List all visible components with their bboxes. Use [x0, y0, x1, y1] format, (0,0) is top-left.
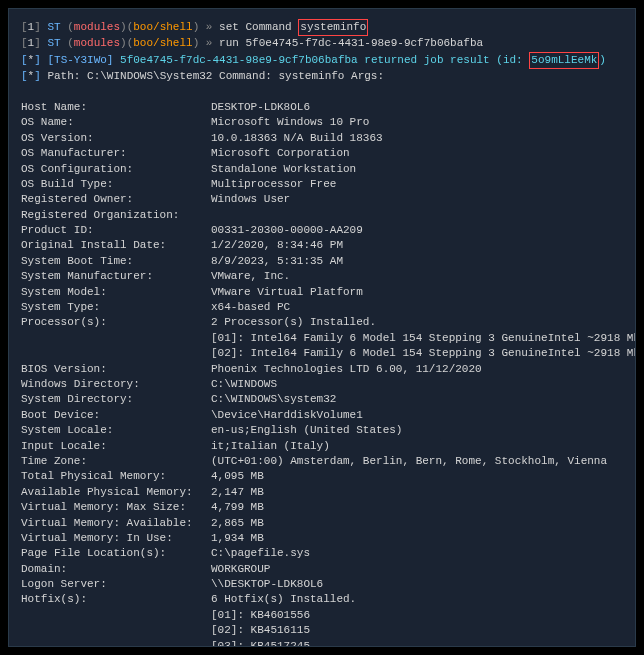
- terminal-window[interactable]: [1] ST (modules)(boo/shell) » set Comman…: [8, 8, 636, 647]
- info-key: Available Physical Memory:: [21, 485, 211, 500]
- info-row: OS Name:Microsoft Windows 10 Pro: [21, 115, 623, 130]
- info-row: Available Physical Memory:2,147 MB: [21, 485, 623, 500]
- command-line-1: [1] ST (modules)(boo/shell) » set Comman…: [21, 19, 623, 36]
- info-sub-value: [01]: KB4601556: [21, 608, 623, 623]
- info-value: x64-based PC: [211, 300, 290, 315]
- info-value: WORKGROUP: [211, 562, 270, 577]
- info-row: System Type:x64-based PC: [21, 300, 623, 315]
- info-row: System Directory:C:\WINDOWS\system32: [21, 392, 623, 407]
- info-value: en-us;English (United States): [211, 423, 402, 438]
- info-key: OS Version:: [21, 131, 211, 146]
- info-value: C:\WINDOWS: [211, 377, 277, 392]
- info-row: Total Physical Memory:4,095 MB: [21, 469, 623, 484]
- info-row: Page File Location(s):C:\pagefile.sys: [21, 546, 623, 561]
- info-key: Boot Device:: [21, 408, 211, 423]
- info-row: Registered Organization:: [21, 208, 623, 223]
- info-value: 2,865 MB: [211, 516, 264, 531]
- info-value: Microsoft Windows 10 Pro: [211, 115, 369, 130]
- info-row: System Model:VMware Virtual Platform: [21, 285, 623, 300]
- info-value: it;Italian (Italy): [211, 439, 330, 454]
- info-row: Original Install Date:1/2/2020, 8:34:46 …: [21, 238, 623, 253]
- info-value: 6 Hotfix(s) Installed.: [211, 592, 356, 607]
- info-row: Registered Owner:Windows User: [21, 192, 623, 207]
- systeminfo-output: Host Name:DESKTOP-LDK8OL6OS Name:Microso…: [21, 100, 623, 647]
- info-row: Input Locale:it;Italian (Italy): [21, 439, 623, 454]
- info-row: Virtual Memory: Max Size:4,799 MB: [21, 500, 623, 515]
- info-value: Multiprocessor Free: [211, 177, 336, 192]
- info-value: 4,095 MB: [211, 469, 264, 484]
- info-value: 00331-20300-00000-AA209: [211, 223, 363, 238]
- info-key: Input Locale:: [21, 439, 211, 454]
- info-key: System Manufacturer:: [21, 269, 211, 284]
- info-value: 2 Processor(s) Installed.: [211, 315, 376, 330]
- info-key: Windows Directory:: [21, 377, 211, 392]
- info-value: 1/2/2020, 8:34:46 PM: [211, 238, 343, 253]
- info-key: Virtual Memory: Available:: [21, 516, 211, 531]
- info-row: OS Version:10.0.18363 N/A Build 18363: [21, 131, 623, 146]
- info-row: Virtual Memory: Available:2,865 MB: [21, 516, 623, 531]
- info-value: \\DESKTOP-LDK8OL6: [211, 577, 323, 592]
- highlighted-command: systeminfo: [298, 19, 368, 36]
- result-line: [*] [TS-Y3IWo] 5f0e4745-f7dc-4431-98e9-9…: [21, 52, 623, 69]
- info-row: Product ID:00331-20300-00000-AA209: [21, 223, 623, 238]
- info-value: 10.0.18363 N/A Build 18363: [211, 131, 383, 146]
- info-key: Registered Owner:: [21, 192, 211, 207]
- info-row: Processor(s):2 Processor(s) Installed.: [21, 315, 623, 330]
- info-row: OS Configuration:Standalone Workstation: [21, 162, 623, 177]
- info-row: Host Name:DESKTOP-LDK8OL6: [21, 100, 623, 115]
- info-value: C:\WINDOWS\system32: [211, 392, 336, 407]
- info-key: OS Build Type:: [21, 177, 211, 192]
- info-sub-value: [03]: KB4517245: [21, 639, 623, 647]
- info-sub-value: [01]: Intel64 Family 6 Model 154 Steppin…: [21, 331, 623, 346]
- info-row: System Boot Time:8/9/2023, 5:31:35 AM: [21, 254, 623, 269]
- info-row: OS Manufacturer:Microsoft Corporation: [21, 146, 623, 161]
- info-key: System Type:: [21, 300, 211, 315]
- info-key: Registered Organization:: [21, 208, 211, 223]
- info-value: \Device\HarddiskVolume1: [211, 408, 363, 423]
- info-key: Hotfix(s):: [21, 592, 211, 607]
- info-row: Boot Device:\Device\HarddiskVolume1: [21, 408, 623, 423]
- info-value: VMware Virtual Platform: [211, 285, 363, 300]
- info-key: OS Manufacturer:: [21, 146, 211, 161]
- command-line-2: [1] ST (modules)(boo/shell) » run 5f0e47…: [21, 36, 623, 51]
- info-value: 2,147 MB: [211, 485, 264, 500]
- info-value: 8/9/2023, 5:31:35 AM: [211, 254, 343, 269]
- info-row: System Manufacturer:VMware, Inc.: [21, 269, 623, 284]
- info-row: Logon Server:\\DESKTOP-LDK8OL6: [21, 577, 623, 592]
- info-key: Product ID:: [21, 223, 211, 238]
- blank-line: [21, 85, 623, 100]
- info-value: Phoenix Technologies LTD 6.00, 11/12/202…: [211, 362, 482, 377]
- info-key: Domain:: [21, 562, 211, 577]
- info-row: Windows Directory:C:\WINDOWS: [21, 377, 623, 392]
- info-row: Time Zone:(UTC+01:00) Amsterdam, Berlin,…: [21, 454, 623, 469]
- info-key: Original Install Date:: [21, 238, 211, 253]
- info-row: Hotfix(s):6 Hotfix(s) Installed.: [21, 592, 623, 607]
- info-sub-value: [02]: Intel64 Family 6 Model 154 Steppin…: [21, 346, 623, 361]
- info-key: Virtual Memory: In Use:: [21, 531, 211, 546]
- info-key: Processor(s):: [21, 315, 211, 330]
- info-key: Total Physical Memory:: [21, 469, 211, 484]
- highlighted-job-id: 5o9mLlEeMk: [529, 52, 599, 69]
- info-value: VMware, Inc.: [211, 269, 290, 284]
- info-key: Time Zone:: [21, 454, 211, 469]
- info-key: System Boot Time:: [21, 254, 211, 269]
- info-key: System Locale:: [21, 423, 211, 438]
- info-key: OS Name:: [21, 115, 211, 130]
- info-value: Windows User: [211, 192, 290, 207]
- info-row: BIOS Version:Phoenix Technologies LTD 6.…: [21, 362, 623, 377]
- info-value: 1,934 MB: [211, 531, 264, 546]
- info-value: DESKTOP-LDK8OL6: [211, 100, 310, 115]
- info-row: System Locale:en-us;English (United Stat…: [21, 423, 623, 438]
- info-key: BIOS Version:: [21, 362, 211, 377]
- info-value: (UTC+01:00) Amsterdam, Berlin, Bern, Rom…: [211, 454, 607, 469]
- info-key: Virtual Memory: Max Size:: [21, 500, 211, 515]
- info-row: Domain:WORKGROUP: [21, 562, 623, 577]
- info-value: Microsoft Corporation: [211, 146, 350, 161]
- info-sub-value: [02]: KB4516115: [21, 623, 623, 638]
- info-key: Logon Server:: [21, 577, 211, 592]
- info-value: 4,799 MB: [211, 500, 264, 515]
- info-key: Page File Location(s):: [21, 546, 211, 561]
- info-row: Virtual Memory: In Use:1,934 MB: [21, 531, 623, 546]
- info-key: System Directory:: [21, 392, 211, 407]
- info-value: C:\pagefile.sys: [211, 546, 310, 561]
